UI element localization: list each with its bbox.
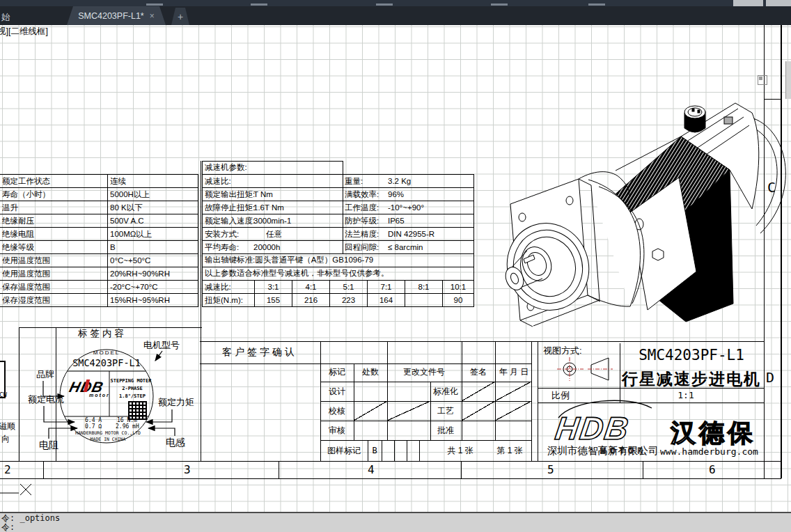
ribbon-tab-partial xyxy=(146,3,163,6)
command-line[interactable]: 令: _options 令: xyxy=(0,512,791,532)
command-history: 令: _options xyxy=(1,514,791,523)
nameplate-circle xyxy=(60,350,153,443)
drawing-canvas[interactable]: 视][二维线框] 额定工作状态连续 寿命（小时）5000H以上 温升80 K以下… xyxy=(0,25,791,512)
drawing-svg xyxy=(0,25,791,512)
projection-symbol xyxy=(557,357,613,381)
logo-swoosh xyxy=(558,400,652,418)
ribbon-tab-partial xyxy=(376,3,393,6)
crosshair-cursor xyxy=(0,484,31,495)
ribbon-tab-partial xyxy=(491,3,508,6)
motor-drawing xyxy=(495,103,785,327)
new-tab-button[interactable]: + xyxy=(171,8,189,25)
ribbon-right-button[interactable] xyxy=(766,0,791,6)
ribbon-tab-partial xyxy=(251,3,267,6)
ribbon-tab-partial xyxy=(588,3,605,6)
file-tab-bar: 始 SMC4203PF-L1* × + xyxy=(0,6,791,25)
close-icon[interactable]: × xyxy=(150,11,155,21)
tab-document-label: SMC4203PF-L1* xyxy=(78,11,144,21)
tab-document[interactable]: SMC4203PF-L1* × xyxy=(67,6,166,25)
command-prompt[interactable]: 令: xyxy=(1,523,791,532)
ribbon-bar xyxy=(0,0,791,6)
tab-start-partial[interactable]: 始 xyxy=(1,11,10,24)
ribbon-right-button[interactable] xyxy=(733,0,763,6)
